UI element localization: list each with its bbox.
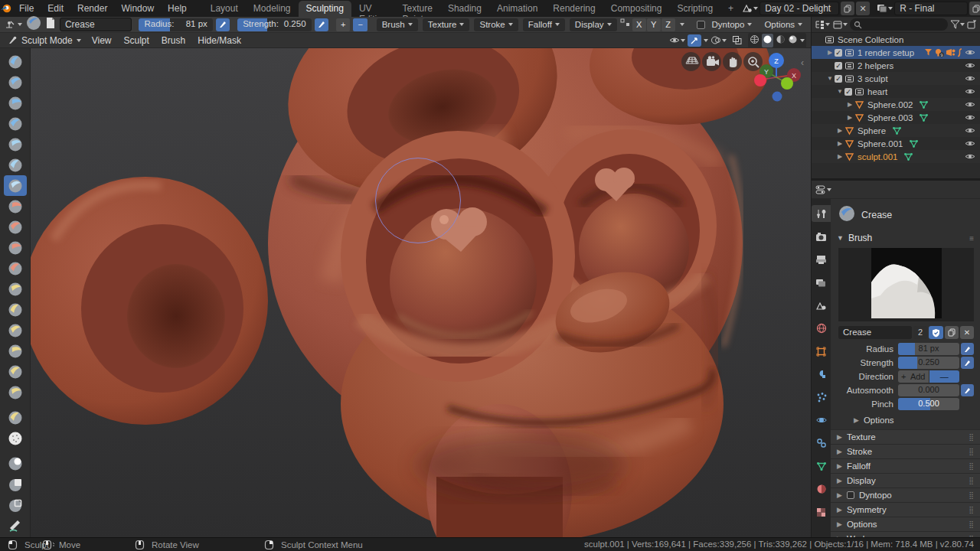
shading-solid-icon[interactable] xyxy=(762,34,773,47)
panel-section-stroke[interactable]: ▶Stroke⣿ xyxy=(831,444,980,458)
outliner-row-sphere-003[interactable]: ▶Sphere.003 xyxy=(812,111,980,124)
brush-name-field[interactable]: Crease xyxy=(838,326,912,339)
gizmo-toggle-button[interactable] xyxy=(688,34,701,47)
outliner-filter-icon[interactable] xyxy=(950,20,965,29)
radius-slider[interactable]: 81 px xyxy=(898,343,959,355)
tool-nudge[interactable] xyxy=(4,382,27,403)
pressure-icon[interactable] xyxy=(961,357,974,369)
tool-simplify[interactable] xyxy=(4,428,27,448)
nav-camera-button[interactable] xyxy=(702,52,721,71)
visibility-eye-icon[interactable] xyxy=(965,139,975,149)
workspace-tab-compositing[interactable]: Compositing xyxy=(603,1,670,17)
blender-logo-icon[interactable] xyxy=(0,3,12,14)
xray-toggle-icon[interactable] xyxy=(732,35,743,45)
texture-dropdown[interactable]: Texture xyxy=(423,18,470,31)
properties-tab-render[interactable] xyxy=(812,228,831,245)
brush-users-count[interactable]: 2 xyxy=(913,326,927,339)
tool-scrape[interactable] xyxy=(4,237,27,258)
menu-render[interactable]: Render xyxy=(70,0,114,17)
outliner-editor-icon[interactable] xyxy=(815,20,830,30)
outliner-row-sphere-002[interactable]: ▶Sphere.002 xyxy=(812,98,980,111)
visibility-eye-icon[interactable] xyxy=(965,48,975,58)
collection-checkbox[interactable]: ✓ xyxy=(835,49,842,57)
strength-slider[interactable]: Strength: 0.250 xyxy=(237,18,311,31)
menu-window[interactable]: Window xyxy=(114,0,161,17)
radius-pressure-button[interactable] xyxy=(216,18,230,31)
workspace-tab-animation[interactable]: Animation xyxy=(489,1,545,17)
visibility-eye-icon[interactable] xyxy=(965,126,975,136)
tool-pose[interactable] xyxy=(4,361,27,382)
outliner-row-sculpt-001[interactable]: ▶sculpt.001 xyxy=(812,150,980,163)
mirror-x-button[interactable]: X xyxy=(632,18,646,31)
editor-type-icon[interactable] xyxy=(3,19,23,30)
workspace-tab-scripting[interactable]: Scripting xyxy=(669,1,720,17)
mirror-y-button[interactable]: Y xyxy=(647,18,661,31)
viewport-menu-sculpt[interactable]: Sculpt xyxy=(118,35,155,46)
tool-clay-strips[interactable] xyxy=(4,93,27,113)
unlink-brush-icon[interactable]: ✕ xyxy=(960,326,974,339)
nav-hand-button[interactable] xyxy=(723,52,742,71)
tool-smooth[interactable] xyxy=(4,196,27,217)
expander-icon[interactable]: ▼ xyxy=(836,88,844,95)
shading-rendered-icon[interactable] xyxy=(788,34,798,47)
properties-tab-view-layer[interactable] xyxy=(812,274,831,291)
properties-tab-particles[interactable] xyxy=(812,389,831,406)
strength-pressure-button[interactable] xyxy=(315,18,329,31)
properties-tab-texture[interactable] xyxy=(812,504,831,520)
menu-edit[interactable]: Edit xyxy=(41,0,70,17)
tool-box-mask[interactable] xyxy=(4,474,27,494)
scene-name-field[interactable]: Day 02 - Delight xyxy=(760,2,839,15)
direction-add-button[interactable]: + Add xyxy=(898,370,929,383)
view-layer-copy-button[interactable] xyxy=(969,2,980,15)
viewport-menu-brush[interactable]: Brush xyxy=(155,35,191,46)
nav-grid-button[interactable] xyxy=(681,52,701,71)
gizmo-x-neg[interactable] xyxy=(754,74,766,86)
tool-crease[interactable] xyxy=(4,175,27,196)
workspace-tab-layout[interactable]: Layout xyxy=(203,1,246,17)
object-visibility-icon[interactable] xyxy=(669,35,685,45)
workspace-tab--[interactable]: + xyxy=(720,1,741,17)
viewport-menu-hide-mask[interactable]: Hide/Mask xyxy=(191,35,247,46)
panel-section-symmetry[interactable]: ▶Symmetry⣿ xyxy=(831,502,980,517)
visibility-eye-icon[interactable] xyxy=(965,100,975,110)
outliner-row-1-render-setup[interactable]: ▶✓1 render setup9 xyxy=(812,46,980,59)
display-dropdown[interactable]: Display xyxy=(570,18,617,31)
expander-icon[interactable]: ▶ xyxy=(846,101,854,108)
workspace-tab-texture-paint[interactable]: Texture Paint xyxy=(395,1,440,17)
brush-panel-header[interactable]: ▼Brush≡ xyxy=(831,230,980,246)
visibility-eye-icon[interactable] xyxy=(965,152,975,162)
properties-tab-physics[interactable] xyxy=(812,412,831,429)
gizmo-z-neg[interactable] xyxy=(773,92,782,102)
visibility-eye-icon[interactable] xyxy=(965,87,975,97)
panel-section-texture[interactable]: ▶Texture⣿ xyxy=(831,429,980,444)
workspace-tab-modeling[interactable]: Modeling xyxy=(246,1,299,17)
brush-preview[interactable] xyxy=(838,248,974,321)
outliner-row-heart[interactable]: ▼✓heart xyxy=(812,85,980,98)
workspace-tab-uv-editing[interactable]: UV Editing xyxy=(351,1,395,17)
fake-user-shield-icon[interactable] xyxy=(929,326,943,339)
tool-snake-hook[interactable] xyxy=(4,320,27,341)
outliner-search-input[interactable] xyxy=(850,18,948,31)
outliner-row-3-sculpt[interactable]: ▼✓3 sculpt xyxy=(812,72,980,85)
collection-checkbox[interactable]: ✓ xyxy=(835,75,842,83)
dyntopo-checkbox[interactable] xyxy=(847,491,854,499)
tool-inflate[interactable] xyxy=(4,134,27,155)
outliner-row-2-helpers[interactable]: ✓2 helpers xyxy=(812,59,980,72)
brush-preview-icon[interactable] xyxy=(26,15,41,34)
shading-dropdown[interactable] xyxy=(800,39,805,42)
visibility-eye-icon[interactable] xyxy=(965,61,975,71)
expander-icon[interactable]: ▶ xyxy=(846,114,854,121)
properties-tab-object[interactable] xyxy=(812,343,831,360)
strength-slider[interactable]: 0.250 xyxy=(898,357,959,369)
panel-section-dyntopo[interactable]: ▶Dyntopo⣿ xyxy=(831,487,980,502)
collection-checkbox[interactable]: ✓ xyxy=(835,62,842,70)
outliner-row-sphere[interactable]: ▶Sphere xyxy=(812,124,980,137)
expander-icon[interactable]: ▶ xyxy=(836,153,844,160)
outliner-row-sphere-001[interactable]: ▶Sphere.001 xyxy=(812,137,980,150)
panel-section-options[interactable]: ▶Options⣿ xyxy=(831,517,980,531)
pressure-icon[interactable] xyxy=(961,384,974,396)
tool-pinch[interactable] xyxy=(4,258,27,279)
expander-icon[interactable]: ▶ xyxy=(836,127,844,134)
visibility-eye-icon[interactable] xyxy=(965,74,975,84)
autosmooth-slider[interactable]: 0.000 xyxy=(898,384,959,396)
